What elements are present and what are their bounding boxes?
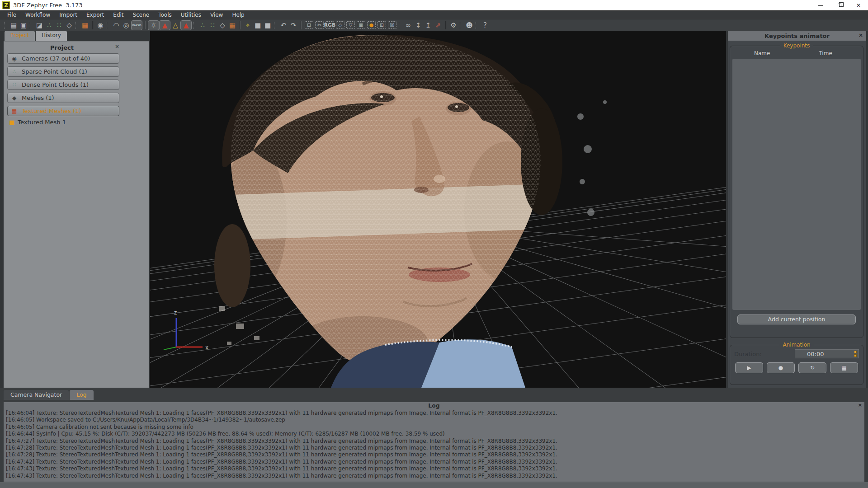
undo-button[interactable]: ↶ — [278, 21, 288, 30]
cameras-button[interactable]: ◉ Cameras (37 out of 40) — [7, 53, 119, 64]
show-mesh-button[interactable]: ◇ — [217, 21, 227, 30]
show-sparse-cloud-button[interactable]: ∴ — [198, 21, 208, 30]
tab-history[interactable]: History — [36, 31, 67, 41]
project-button-label: Textured Meshes (1) — [22, 108, 81, 114]
camera-view-button[interactable]: ◉ — [95, 21, 105, 30]
log-scrollbar-track[interactable] — [0, 482, 868, 488]
record-button[interactable]: ● — [767, 362, 795, 373]
snapshot-button[interactable]: ■ — [253, 21, 263, 30]
restore-icon — [838, 4, 841, 7]
menu-file[interactable]: File — [3, 11, 21, 19]
select-quad-button[interactable]: ◇ — [336, 21, 344, 29]
toolbar-divider — [92, 21, 93, 29]
delete-selection-button[interactable]: ☒ — [388, 21, 396, 29]
show-textured-mesh-button[interactable]: ▦ — [227, 21, 237, 30]
wireframe-view-button[interactable]: △ — [170, 21, 180, 30]
menu-scene[interactable]: Scene — [128, 11, 154, 19]
toolbar-handle — [460, 22, 463, 29]
wasd-mode-button[interactable]: WASD — [131, 20, 142, 30]
duplicate-selection-button[interactable]: ⊞ — [377, 21, 386, 29]
menu-export[interactable]: Export — [82, 11, 108, 19]
orbit-center-button[interactable]: ◎ — [121, 21, 131, 30]
menu-help[interactable]: Help — [227, 11, 249, 19]
viewport-3d[interactable]: z x — [150, 31, 726, 388]
select-triangle-button[interactable]: ▽ — [346, 21, 355, 29]
project-panel-close-icon[interactable]: × — [115, 43, 119, 50]
masquerade-button[interactable]: ☻ — [464, 21, 474, 30]
log-line: [16:47:43] Texture: StereoTexturedMeshTe… — [6, 465, 862, 472]
viewport-canvas: z x — [150, 31, 726, 388]
toolbar-divider — [145, 21, 146, 29]
redo-button[interactable]: ↷ — [288, 21, 298, 30]
log-panel-close-icon[interactable]: × — [858, 402, 862, 408]
dense-point-clouds-button[interactable]: ∷ Dense Point Clouds (1) — [7, 80, 119, 90]
log-panel-title: Log — [428, 402, 440, 409]
textured-mesh-generation-button[interactable]: ▦ — [80, 21, 90, 30]
menu-tools[interactable]: Tools — [154, 11, 176, 19]
log-panel-header: Log × — [4, 402, 864, 410]
textured-view-button[interactable]: ▲ — [180, 20, 192, 30]
play-button[interactable]: ▶ — [735, 362, 763, 373]
select-rectangle-button[interactable]: ⊡ — [305, 21, 313, 29]
loop-button[interactable]: ↻ — [798, 362, 826, 373]
dense-cloud-generation-button[interactable]: ∷ — [54, 21, 64, 30]
save-workspace-button[interactable]: ▣ — [19, 21, 28, 30]
log-line: [16:47:27] Texture: StereoTexturedMeshTe… — [6, 438, 862, 445]
bottom-panel: Camera NavigatorLog Log × [16:46:04] Tex… — [0, 388, 868, 488]
tab-project[interactable]: Project — [5, 31, 35, 41]
sphere-selection-button[interactable]: ● — [367, 21, 376, 29]
minimize-button[interactable]: — — [811, 0, 830, 10]
tab-log[interactable]: Log — [70, 390, 93, 400]
viewport-settings-button[interactable]: ■ — [263, 21, 273, 30]
select-cut-button[interactable]: ✂ — [315, 21, 324, 29]
log-panel: Log × [16:46:04] Texture: StereoTextured… — [4, 402, 864, 482]
rotate-view-button[interactable]: ◠ — [111, 21, 121, 30]
keypoints-columns: Name Time — [732, 49, 861, 59]
rgb-filter-button[interactable]: RGB — [326, 21, 334, 29]
help-button[interactable]: ? — [480, 21, 490, 30]
new-project-button[interactable]: ◪ — [34, 21, 44, 30]
menu-edit[interactable]: Edit — [108, 11, 128, 19]
duration-spinner[interactable] — [853, 350, 858, 357]
project-button-label: Sparse Point Cloud (1) — [22, 68, 87, 75]
log-line: [16:46:05] Workspace saved to C:/Users/K… — [6, 417, 862, 423]
close-button[interactable]: ✕ — [849, 0, 868, 10]
export-video-button[interactable]: ▦ — [830, 362, 858, 373]
menu-utilities[interactable]: Utilities — [176, 11, 206, 19]
show-dense-cloud-button[interactable]: ∷ — [208, 21, 217, 30]
restore-button[interactable] — [830, 0, 849, 10]
open-workspace-button[interactable]: ▤ — [9, 21, 19, 30]
log-line: [16:46:04] Texture: StereoTexturedMeshTe… — [6, 410, 862, 417]
lasso-tool-button[interactable]: ∞ — [403, 21, 413, 30]
gizmo-tool-button[interactable]: ⇗ — [433, 21, 443, 30]
duration-input[interactable]: 00:00 — [795, 349, 859, 358]
tab-camera-navigator[interactable]: Camera Navigator — [4, 390, 69, 400]
plane-tool-button[interactable]: ↥ — [423, 21, 433, 30]
meshes-button[interactable]: ◆ Meshes (1) — [7, 93, 119, 103]
keypoints-list[interactable] — [732, 59, 861, 310]
textured-mesh-item[interactable]: ■ Textured Mesh 1 — [9, 119, 149, 126]
menu-view[interactable]: View — [206, 11, 227, 19]
settings-wrench-button[interactable]: ⚙ — [448, 21, 458, 30]
animation-buttons: ▶●↻▦ — [732, 358, 861, 373]
add-current-position-button[interactable]: Add current position — [737, 314, 855, 324]
keypoints-animator-close-icon[interactable]: × — [859, 32, 863, 38]
keypoints-legend: Keypoints — [780, 42, 813, 49]
menu-import[interactable]: Import — [55, 11, 82, 19]
toolbar-handle — [193, 22, 196, 29]
mesh-cut-button[interactable]: ⊠ — [357, 21, 365, 29]
log-lines: [16:46:04] Texture: StereoTexturedMeshTe… — [4, 410, 864, 479]
sparse-point-cloud-button[interactable]: ∴ Sparse Point Cloud (1) — [7, 66, 119, 77]
textured-meshes-button[interactable]: ▦ Textured Meshes (1) — [7, 106, 119, 116]
lighting-button[interactable]: ☼ — [148, 20, 159, 30]
shaded-view-button[interactable]: ▲ — [159, 20, 170, 30]
toolbar-handle — [30, 22, 33, 29]
toolbar-handle — [476, 22, 479, 29]
frame-view-button[interactable]: ⌖ — [243, 21, 253, 30]
menu-workflow[interactable]: Workflow — [21, 11, 55, 19]
mesh-extraction-button[interactable]: ◇ — [64, 21, 74, 30]
toolbar-handle — [107, 22, 110, 29]
sparse-cloud-generation-button[interactable]: ∴ — [44, 21, 54, 30]
measure-tool-button[interactable]: ↕ — [413, 21, 423, 30]
log-line: [16:46:44] SysInfo | Cpu: 45.15 %; Disk … — [6, 431, 862, 437]
